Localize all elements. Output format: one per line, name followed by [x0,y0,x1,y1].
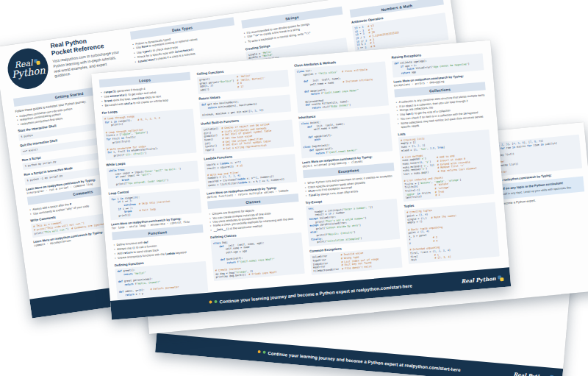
python-logo-icon [34,59,40,65]
column-class-exceptions: Class Attributes & Methodsclass Cat: spe… [294,54,403,277]
rocket-icon [257,350,260,353]
column-calling-classes: Calling Functionsgreet() # 'Hello!'greet… [196,62,305,284]
footer-brand-logo: Real Python [461,274,503,285]
code-block: # Creating tuplespoint = (3, 4)single = … [404,202,500,264]
column-loops-functions: Loopsrange(5) generates 0 through 4Use e… [98,70,208,302]
book-icon [214,300,217,303]
python-logo-icon [498,275,504,282]
code-block: class Dog: def __init__(self, name, age)… [211,233,305,281]
code-block: class Animal: def __init__(self, name): … [298,113,392,158]
rocket-icon [209,300,212,303]
real-python-logo: Real Python [5,46,51,91]
footer-banner-page4: Continue your learning journey and becom… [155,333,563,376]
code-block: try: number = int(input("Enter a number:… [306,198,400,246]
book-icon [262,351,265,354]
code-block: # Loop through rangefor i in range(5): #… [102,108,197,160]
code-block: class Cat: species = "Felis catus" # Cla… [294,61,389,113]
column-data-types: Data TypesPython is dynamically typedUse… [129,15,237,64]
column-raising-collections: Raising Exceptionsdef validate_age(age):… [391,45,500,266]
sheet-page2-front: Loopsrange(5) generates 0 through 4Use e… [91,40,511,319]
footer-brand-logo: Real Python [513,371,556,376]
code-block: # Creating listsempty = []nums = [1, 2, … [398,130,495,202]
